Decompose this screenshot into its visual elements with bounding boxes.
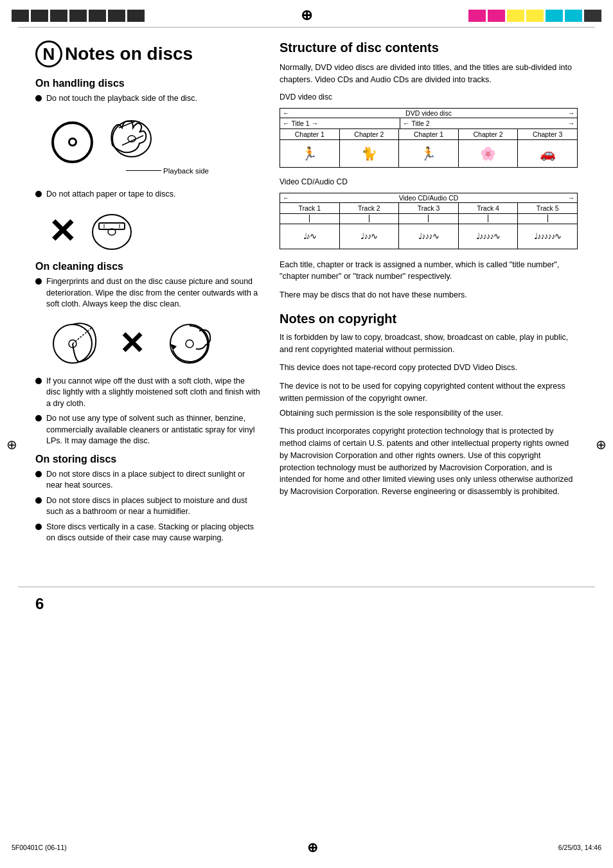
dvd-img3: 🏃 <box>399 140 459 167</box>
copyright-para5: This product incorporates copyright prot… <box>280 425 578 498</box>
vcd-music1: ♩♪∿ <box>280 224 340 249</box>
x-mark-cleaning: ✕ <box>119 325 145 361</box>
vcd-music5: ♩♪♪♪♪♪∿ <box>518 224 577 249</box>
right-column: Structure of disc contents Normally, DVD… <box>280 40 578 548</box>
cleaning-illustration: ✕ <box>48 318 260 368</box>
vcd-disc-header: Video CD/Audio CD <box>399 194 459 202</box>
vcd-label-text: Video CD/Audio CD <box>280 177 578 186</box>
disc-with-tape-illus <box>86 208 138 254</box>
vcd-vlines-row <box>280 214 577 224</box>
x-mark-tape: ✕ <box>48 215 76 248</box>
page-title: Notes on discs <box>65 44 193 64</box>
structure-intro: Normally, DVD video discs are divided in… <box>280 62 578 86</box>
page-number: 6 <box>35 595 44 613</box>
vcd-track3: Track 3 <box>399 203 459 213</box>
dvd-img4: 🌸 <box>459 140 519 167</box>
handling-illustration: Playback side <box>51 110 260 163</box>
registration-mark-left: ⊕ <box>6 437 17 452</box>
copyright-para3: The device is not to be used for copying… <box>280 380 578 405</box>
bullet-dot <box>35 191 42 197</box>
dvd-ch5: Chapter 3 <box>518 129 577 139</box>
vcd-track2: Track 2 <box>340 203 400 213</box>
svg-point-4 <box>93 215 131 249</box>
left-column: N Notes on discs On handling discs Do no… <box>35 40 280 548</box>
storing-bullet3: Store discs vertically in a case. Stacki… <box>35 522 260 544</box>
title-icon: N <box>35 40 62 67</box>
dvd-ch1: Chapter 1 <box>280 129 340 139</box>
footer-left: 5F00401C (06-11) <box>12 844 67 851</box>
margin-line-bottom <box>18 587 595 587</box>
svg-point-13 <box>186 340 193 348</box>
bullet-dot <box>35 471 42 477</box>
dvd-disc-label-text: DVD video disc <box>280 93 578 102</box>
structure-title: Structure of disc contents <box>280 40 578 55</box>
dvd-ch2: Chapter 2 <box>340 129 400 139</box>
page-title-wrapper: N Notes on discs <box>35 40 260 67</box>
bullet-dot <box>35 415 42 421</box>
vcd-track1: Track 1 <box>280 203 340 213</box>
bullet-dot <box>35 497 42 504</box>
vcd-tracks-row: Track 1 Track 2 Track 3 Track 4 Track 5 <box>280 203 577 214</box>
dvd-img5: 🚗 <box>518 140 577 167</box>
structure-desc1: Each title, chapter or track is assigned… <box>280 259 578 283</box>
dvd-img1: 🏃 <box>280 140 340 167</box>
playback-label: Playback side <box>126 167 209 175</box>
footer-right: 6/25/03, 14:46 <box>558 844 601 851</box>
disc-circle <box>51 121 93 163</box>
crop-marks-right <box>468 10 601 22</box>
vcd-music2: ♩♪♪∿ <box>340 224 400 249</box>
dvd-titles-row: ← Title 1 → ← Title 2 → <box>280 118 577 129</box>
handling-title: On handling discs <box>35 78 260 89</box>
tape-illustration: ✕ <box>48 208 260 254</box>
handling-bullet2: Do not attach paper or tape to discs. <box>35 189 260 200</box>
bullet-dot <box>35 278 42 285</box>
bullet-dot <box>35 524 42 530</box>
vcd-music-row: ♩♪∿ ♩♪♪∿ ♩♪♪♪∿ ♩♪♪♪♪∿ ♩♪♪♪♪♪∿ <box>280 224 577 249</box>
dvd-chapters-row: Chapter 1 Chapter 2 Chapter 1 Chapter 2 … <box>280 129 577 140</box>
hand-disc-illustration: Playback side <box>100 110 157 163</box>
dvd-title1-cell: ← Title 1 → <box>280 118 400 128</box>
dvd-title2-cell: ← Title 2 → <box>400 118 577 128</box>
dvd-images-row: 🏃 🐈 🏃 🌸 🚗 <box>280 140 577 167</box>
copyright-para4: Obtaining such permission is the sole re… <box>280 407 578 420</box>
dvd-disc-header: DVD video disc <box>405 109 452 117</box>
vcd-music4: ♩♪♪♪♪∿ <box>459 224 519 249</box>
svg-line-11 <box>73 328 92 344</box>
handling-bullet1: Do not touch the playback side of the di… <box>35 93 260 105</box>
storing-title: On storing discs <box>35 454 260 465</box>
vcd-music3: ♩♪♪♪∿ <box>399 224 459 249</box>
dvd-ch4: Chapter 2 <box>459 129 519 139</box>
vcd-track5: Track 5 <box>518 203 577 213</box>
structure-desc2: There may be discs that do not have thes… <box>280 289 578 301</box>
copyright-para1: It is forbidden by law to copy, broadcas… <box>280 332 578 356</box>
vcd-track4: Track 4 <box>459 203 519 213</box>
vcd-header-row: ← Video CD/Audio CD → <box>280 193 577 203</box>
cleaning-bullet3: Do not use any type of solvent such as t… <box>35 413 260 447</box>
dvd-disc-diagram: ← DVD video disc → ← Title 1 → ← Title 2… <box>280 108 578 168</box>
copyright-para2: This device does not tape-record copy pr… <box>280 362 578 374</box>
cleaning-bullet1: Fingerprints and dust on the disc cause … <box>35 276 260 310</box>
footer-center-mark: ⊕ <box>307 840 318 855</box>
registration-mark-right: ⊕ <box>596 437 607 452</box>
dvd-ch3: Chapter 1 <box>399 129 459 139</box>
copyright-title: Notes on copyright <box>280 312 578 326</box>
dvd-img2: 🐈 <box>340 140 400 167</box>
dvd-header-row: ← DVD video disc → <box>280 109 577 118</box>
cleaning-bullet2: If you cannot wipe off the dust with a s… <box>35 376 260 410</box>
bullet-dot <box>35 378 42 384</box>
crop-marks-left <box>12 10 145 22</box>
bullet-dot <box>35 95 42 102</box>
storing-bullet2: Do not store discs in places subject to … <box>35 495 260 518</box>
cleaning-title: On cleaning discs <box>35 261 260 272</box>
storing-bullet1: Do not store discs in a place subject to… <box>35 469 260 492</box>
vcd-disc-diagram: ← Video CD/Audio CD → Track 1 Track 2 Tr… <box>280 193 578 249</box>
registration-mark-top: ⊕ <box>301 7 312 24</box>
